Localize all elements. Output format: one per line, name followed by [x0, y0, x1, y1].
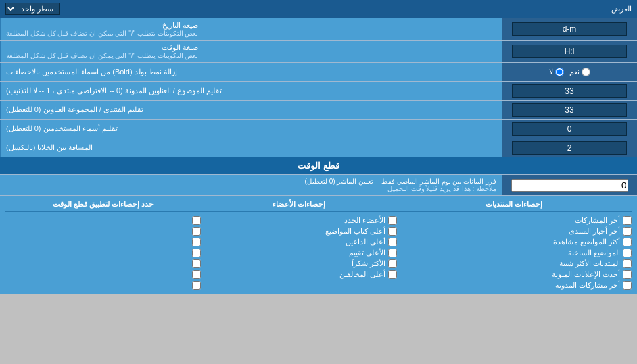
cutoff-apply-col: [5, 216, 201, 290]
checkboxes-body: أخر المشاركات أخر أخبار المنتدى أكثر الم…: [5, 216, 632, 290]
cutoff-input[interactable]: 0: [511, 179, 628, 192]
member-stat-item-3: أعلى الداعين: [201, 238, 396, 246]
time-format-input-container: H:i: [502, 41, 637, 62]
member-stat-item-2: أعلى كتاب المواضيع: [201, 227, 396, 236]
time-format-input[interactable]: H:i: [512, 45, 627, 58]
cutoff-checkbox-1[interactable]: [192, 216, 201, 225]
stat-checkbox-3[interactable]: [623, 238, 632, 246]
user-names-label: تقليم أسماء المستخدمين (0 للتعطيل): [0, 120, 502, 138]
forum-order-input-container: 33: [502, 101, 637, 119]
header-row: العرض سطر واحد سطرين ثلاثة أسطر: [0, 0, 637, 18]
bold-remove-row: نعم لا إزالة نمط بولد (Bold) من اسماء ال…: [0, 63, 637, 82]
member-stat-item-6: أعلى المخالفين: [201, 270, 396, 279]
stat-checkbox-7[interactable]: [623, 281, 632, 290]
stats-col1-header: إحصاءات المنتديات: [397, 200, 632, 209]
bold-radio-no[interactable]: [555, 68, 564, 76]
topic-order-input[interactable]: 33: [512, 84, 627, 98]
stat-checkbox-5[interactable]: [623, 259, 632, 268]
stat-checkbox-6[interactable]: [623, 270, 632, 279]
main-container: العرض سطر واحد سطرين ثلاثة أسطر d-m صيغة…: [0, 0, 637, 294]
bold-radio-yes[interactable]: [582, 68, 590, 76]
stat-checkbox-4[interactable]: [623, 249, 632, 257]
date-format-input[interactable]: d-m: [512, 22, 627, 36]
time-format-label: صيغة الوقت بعض التكوينات يتطلب "/" التي …: [0, 41, 502, 62]
user-names-input-container: 0: [502, 120, 637, 138]
stat-item-1: أخر المشاركات: [397, 216, 632, 225]
bold-radio-yes-label[interactable]: نعم: [569, 68, 590, 76]
cutoff-checkbox-3[interactable]: [192, 238, 201, 246]
stats-col2-header: إحصاءات الأعضاء: [201, 200, 396, 209]
date-format-label: صيغة التاريخ بعض التكوينات يتطلب "/" الت…: [0, 18, 502, 40]
cutoff-label: فرز البيانات من يوم الماشر الماضي فقط --…: [0, 175, 502, 195]
stat-item-3: أكثر المواضيع مشاهدة: [397, 238, 632, 246]
cutoff-checkbox-6[interactable]: [192, 270, 201, 279]
member-stat-item-4: الأعلى تقييم: [201, 249, 396, 257]
cutoff-section-header: قطع الوقت: [0, 157, 637, 175]
topic-order-row: 33 تقليم الموضوع / العناوين المدونة (0 -…: [0, 82, 637, 101]
member-stat-checkbox-5[interactable]: [388, 259, 397, 268]
bold-radio-group: نعم لا: [549, 68, 590, 76]
space-between-input-container: 2: [502, 138, 637, 157]
bold-remove-label: إزالة نمط بولد (Bold) من اسماء المستخدمي…: [0, 63, 502, 81]
time-format-row: H:i صيغة الوقت بعض التكوينات يتطلب "/" ا…: [0, 41, 637, 63]
topic-order-input-container: 33: [502, 82, 637, 100]
space-between-label: المسافة بين الخلايا (بالبكسل): [0, 138, 502, 157]
member-stat-checkbox-6[interactable]: [388, 270, 397, 279]
user-names-input[interactable]: 0: [512, 122, 627, 136]
cutoff-item-6: [5, 270, 201, 279]
date-format-row: d-m صيغة التاريخ بعض التكوينات يتطلب "/"…: [0, 18, 637, 41]
stat-checkbox-2[interactable]: [623, 227, 632, 236]
cutoff-item-5: [5, 259, 201, 268]
cutoff-item-3: [5, 238, 201, 246]
topic-order-label: تقليم الموضوع / العناوين المدونة (0 -- ا…: [0, 82, 502, 100]
space-between-row: 2 المسافة بين الخلايا (بالبكسل): [0, 138, 637, 157]
member-stat-checkbox-4[interactable]: [388, 249, 397, 257]
cutoff-item-7: [5, 281, 201, 290]
cutoff-checkbox-7[interactable]: [192, 281, 201, 290]
stats-section: إحصاءات المنتديات إحصاءات الأعضاء حدد إح…: [0, 196, 637, 294]
display-select[interactable]: سطر واحد سطرين ثلاثة أسطر: [5, 3, 60, 15]
bold-radio-container: نعم لا: [502, 63, 637, 81]
space-between-input[interactable]: 2: [512, 141, 627, 155]
forum-stats-col: أخر المشاركات أخر أخبار المنتدى أكثر الم…: [397, 216, 632, 290]
stats-header: إحصاءات المنتديات إحصاءات الأعضاء حدد إح…: [5, 200, 632, 212]
cutoff-checkbox-5[interactable]: [192, 259, 201, 268]
cutoff-item-4: [5, 249, 201, 257]
member-stat-item-5: الأكثر شكراً: [201, 259, 396, 268]
member-stat-checkbox-2[interactable]: [388, 227, 397, 236]
cutoff-row: 0 فرز البيانات من يوم الماشر الماضي فقط …: [0, 175, 637, 196]
forum-order-label: تقليم الفنتدى / المجموعة العناوين (0 للت…: [0, 101, 502, 119]
user-names-row: 0 تقليم أسماء المستخدمين (0 للتعطيل): [0, 120, 637, 138]
member-stat-checkbox-1[interactable]: [388, 216, 397, 225]
stat-item-5: المنتديات الأكثر شبية: [397, 259, 632, 268]
stat-item-4: المواضيع الساخنة: [397, 249, 632, 257]
cutoff-checkbox-2[interactable]: [192, 227, 201, 236]
stat-item-7: أخر مشاركات المدونة: [397, 281, 632, 290]
cutoff-apply-label: حدد إحصاءات لتطبيق قطع الوقت: [5, 200, 201, 209]
date-format-input-container: d-m: [502, 18, 637, 40]
cutoff-item-2: [5, 227, 201, 236]
forum-order-row: 33 تقليم الفنتدى / المجموعة العناوين (0 …: [0, 101, 637, 120]
stat-checkbox-1[interactable]: [623, 216, 632, 225]
cutoff-input-container: 0: [502, 175, 637, 195]
stat-item-6: أحدث الإعلانات المبونة: [397, 270, 632, 279]
stat-item-2: أخر أخبار المنتدى: [397, 227, 632, 236]
member-stat-item-1: الأعضاء الجدد: [201, 216, 396, 225]
member-stat-checkbox-3[interactable]: [388, 238, 397, 246]
cutoff-checkbox-4[interactable]: [192, 249, 201, 257]
bold-radio-no-label[interactable]: لا: [549, 68, 564, 76]
cutoff-item-1: [5, 216, 201, 225]
member-stats-col: الأعضاء الجدد أعلى كتاب المواضيع أعلى ال…: [201, 216, 396, 290]
header-label: العرض: [611, 5, 632, 14]
forum-order-input[interactable]: 33: [512, 103, 627, 117]
